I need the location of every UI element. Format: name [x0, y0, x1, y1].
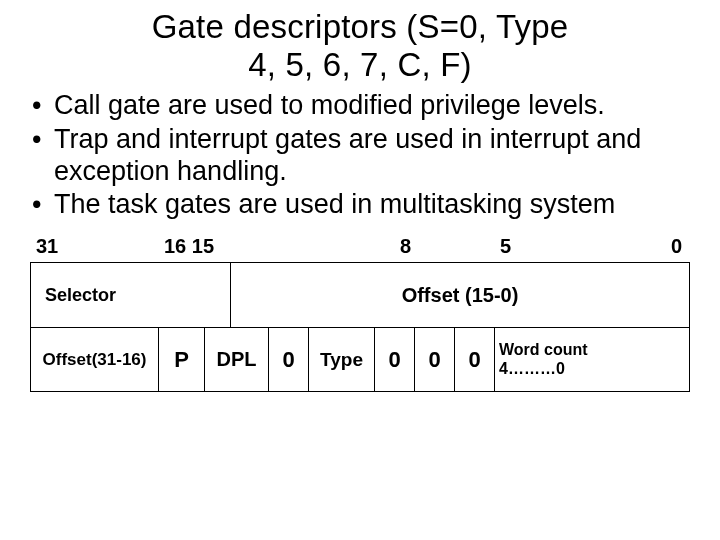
descriptor-table: Selector Offset (15-0) Offset(31-16) P D… [30, 262, 690, 392]
field-zero-2: 0 [375, 328, 415, 391]
bit-label-5: 5 [500, 235, 620, 258]
field-zero-3: 0 [415, 328, 455, 391]
bullet-item: Trap and interrupt gates are used in int… [28, 124, 692, 188]
descriptor-row-upper: Selector Offset (15-0) [31, 263, 689, 327]
spacer [248, 235, 400, 258]
title-line-1: Gate descriptors (S=0, Type [152, 8, 569, 45]
field-word-count: Word count 4………0 [495, 328, 689, 391]
descriptor-row-lower: Offset(31-16) P DPL 0 Type 0 0 0 Word co… [31, 327, 689, 391]
slide: Gate descriptors (S=0, Type 4, 5, 6, 7, … [0, 0, 720, 540]
bullet-item: Call gate are used to modified privilege… [28, 90, 692, 122]
bit-label-8: 8 [400, 235, 500, 258]
title-line-2: 4, 5, 6, 7, C, F) [248, 46, 471, 83]
bit-label-0: 0 [620, 235, 688, 258]
slide-title: Gate descriptors (S=0, Type 4, 5, 6, 7, … [28, 8, 692, 84]
field-offset-15-0: Offset (15-0) [231, 263, 689, 327]
bit-label-16-15: 16 15 [164, 235, 248, 258]
field-zero-4: 0 [455, 328, 495, 391]
field-type: Type [309, 328, 375, 391]
word-count-line-2: 4………0 [499, 360, 565, 378]
bit-label-31: 31 [32, 235, 164, 258]
field-offset-31-16: Offset(31-16) [31, 328, 159, 391]
field-selector: Selector [31, 263, 231, 327]
bit-position-row: 31 16 15 8 5 0 [30, 235, 690, 262]
field-dpl: DPL [205, 328, 269, 391]
field-p: P [159, 328, 205, 391]
descriptor-diagram: 31 16 15 8 5 0 Selector Offset (15-0) Of… [30, 235, 690, 392]
bullet-list: Call gate are used to modified privilege… [28, 90, 692, 221]
field-zero-1: 0 [269, 328, 309, 391]
word-count-line-1: Word count [499, 341, 588, 359]
bullet-item: The task gates are used in multitasking … [28, 189, 692, 221]
